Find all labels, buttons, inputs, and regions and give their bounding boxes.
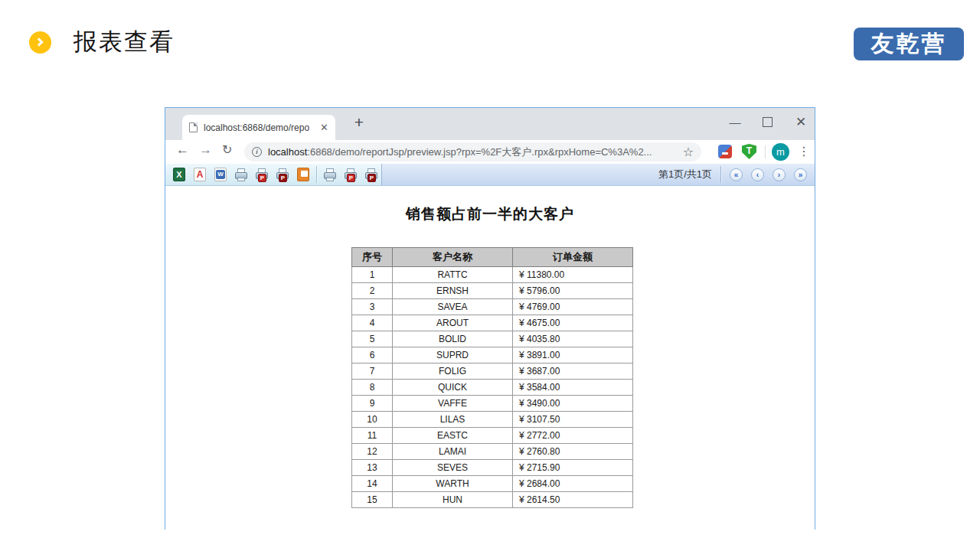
printer-icon[interactable]: [234, 167, 249, 182]
url-text: localhost:6868/demo/reportJsp/preview.js…: [268, 145, 678, 159]
tab-title: localhost:6868/demo/reportJsp: [204, 122, 309, 133]
printer-pdf-icon[interactable]: P: [343, 167, 358, 182]
table-row: 13SEVES¥ 2715.90: [352, 460, 633, 476]
cell-customer: EASTC: [393, 428, 513, 444]
pdf-sheet: A: [194, 168, 206, 181]
table-body: 1RATTC¥ 11380.002ERNSH¥ 5796.003SAVEA¥ 4…: [352, 267, 633, 508]
pdf-badge: P: [258, 174, 266, 182]
table-row: 6SUPRD¥ 3891.00: [352, 347, 633, 364]
url-input[interactable]: i localhost:6868/demo/reportJsp/preview.…: [244, 142, 701, 161]
cell-amount: ¥ 3584.00: [513, 380, 633, 396]
url-path: :6868/demo/reportJsp/preview.jsp?rpx=%2F…: [307, 146, 652, 158]
printer-icon[interactable]: [322, 167, 338, 182]
table-header: 序号 客户名称 订单金额: [352, 248, 633, 267]
url-host: localhost: [268, 146, 307, 158]
word-letter: W: [216, 170, 225, 179]
report-content: 销售额占前一半的大客户 序号 客户名称 订单金额 1RATTC¥ 11380.0…: [165, 186, 815, 530]
export-icon-group: XAWPP: [172, 167, 311, 182]
tab-close-icon[interactable]: ✕: [320, 122, 328, 133]
cell-amount: ¥ 2772.00: [513, 428, 633, 444]
reload-button[interactable]: ↻: [222, 142, 232, 157]
browser-tab[interactable]: localhost:6868/demo/reportJsp ✕: [182, 115, 335, 140]
cell-no: 11: [352, 428, 393, 444]
excel-sheet: X: [173, 168, 185, 181]
print-icon-group: PP: [322, 167, 379, 182]
cell-customer: SUPRD: [393, 347, 513, 364]
table-row: 10LILAS¥ 3107.50: [352, 412, 633, 428]
cell-customer: FOLIG: [393, 364, 513, 380]
new-tab-button[interactable]: +: [349, 113, 369, 132]
pdf-badge: P: [347, 174, 355, 182]
profile-avatar[interactable]: m: [772, 143, 789, 161]
toolbar-divider: [765, 145, 766, 158]
page-title: 报表查看: [74, 26, 175, 58]
printer-applet-icon[interactable]: P: [364, 167, 379, 182]
cell-amount: ¥ 2715.90: [513, 460, 633, 476]
cell-customer: SAVEA: [393, 299, 513, 315]
report-title: 销售额占前一半的大客户: [165, 204, 815, 224]
tab-strip: localhost:6868/demo/reportJsp ✕ + — ✕: [165, 108, 815, 140]
address-bar: ← → ↻ i localhost:6868/demo/reportJsp/pr…: [165, 140, 815, 164]
report-toolbar: XAWPP PP 第1页/共1页 «‹›»: [165, 164, 815, 186]
last-page-button[interactable]: »: [794, 168, 807, 181]
minus-badge: [722, 152, 728, 155]
cell-amount: ¥ 3107.50: [513, 412, 633, 428]
printer-applet-icon[interactable]: P: [275, 167, 290, 182]
table-row: 9VAFFE¥ 3490.00: [352, 396, 633, 412]
first-page-button[interactable]: «: [730, 168, 743, 181]
cell-customer: RATTC: [393, 267, 513, 283]
pdf-icon[interactable]: A: [192, 167, 207, 182]
pager-nav: «‹›»: [730, 168, 807, 181]
column-header-customer: 客户名称: [393, 248, 513, 267]
table-row: 11EASTC¥ 2772.00: [352, 428, 633, 444]
cell-no: 13: [352, 460, 393, 476]
window-maximize-button[interactable]: [763, 117, 773, 127]
brand-logo: 友乾营: [854, 28, 964, 60]
table-row: 3SAVEA¥ 4769.00: [352, 299, 633, 315]
adblock-extension-icon[interactable]: [718, 145, 732, 158]
image-glyph: [301, 171, 308, 177]
shield-extension-icon[interactable]: T: [742, 144, 756, 159]
cell-amount: ¥ 2684.00: [513, 476, 633, 492]
site-info-icon[interactable]: i: [252, 147, 262, 157]
table-row: 14WARTH¥ 2684.00: [352, 476, 633, 492]
cell-customer: VAFFE: [393, 396, 513, 412]
cell-amount: ¥ 11380.00: [513, 267, 633, 283]
next-page-button[interactable]: ›: [773, 168, 786, 181]
cell-amount: ¥ 5796.00: [513, 283, 633, 299]
cell-customer: WARTH: [393, 476, 513, 492]
cell-customer: LILAS: [393, 412, 513, 428]
cell-amount: ¥ 3490.00: [513, 396, 633, 412]
cell-amount: ¥ 4035.80: [513, 331, 633, 347]
cell-no: 5: [352, 331, 393, 347]
window-close-button[interactable]: ✕: [793, 114, 808, 130]
cell-customer: AROUT: [393, 315, 513, 331]
printer-pdf-icon[interactable]: P: [254, 167, 270, 182]
page-favicon-icon: [189, 122, 198, 132]
report-table: 序号 客户名称 订单金额 1RATTC¥ 11380.002ERNSH¥ 579…: [351, 247, 633, 508]
word-icon[interactable]: W: [213, 167, 228, 182]
table-row: 8QUICK¥ 3584.00: [352, 380, 633, 396]
toolbar-divider: [316, 166, 317, 183]
cell-no: 15: [352, 492, 393, 508]
back-button[interactable]: ←: [176, 142, 189, 158]
image-icon[interactable]: [296, 167, 311, 182]
window-minimize-button[interactable]: —: [727, 116, 743, 129]
browser-window: localhost:6868/demo/reportJsp ✕ + — ✕ ← …: [165, 107, 815, 530]
cell-customer: HUN: [393, 492, 513, 508]
cell-amount: ¥ 4675.00: [513, 315, 633, 331]
cell-amount: ¥ 3687.00: [513, 364, 633, 380]
cell-no: 3: [352, 299, 393, 315]
table-header-row: 序号 客户名称 订单金额: [352, 248, 633, 267]
forward-button[interactable]: →: [199, 142, 212, 158]
prev-page-button[interactable]: ‹: [751, 168, 764, 181]
cell-no: 4: [352, 315, 393, 331]
bullet-arrow-icon: [29, 31, 51, 54]
table-row: 15HUN¥ 2614.50: [352, 492, 633, 508]
table-row: 12LAMAI¥ 2760.80: [352, 444, 633, 460]
excel-icon[interactable]: X: [172, 167, 187, 182]
bookmark-star-icon[interactable]: ☆: [683, 145, 694, 159]
browser-menu-icon[interactable]: ⋮: [798, 144, 810, 158]
export-print-toolbar: XAWPP PP: [165, 164, 381, 185]
pdf-badge: P: [368, 174, 376, 182]
